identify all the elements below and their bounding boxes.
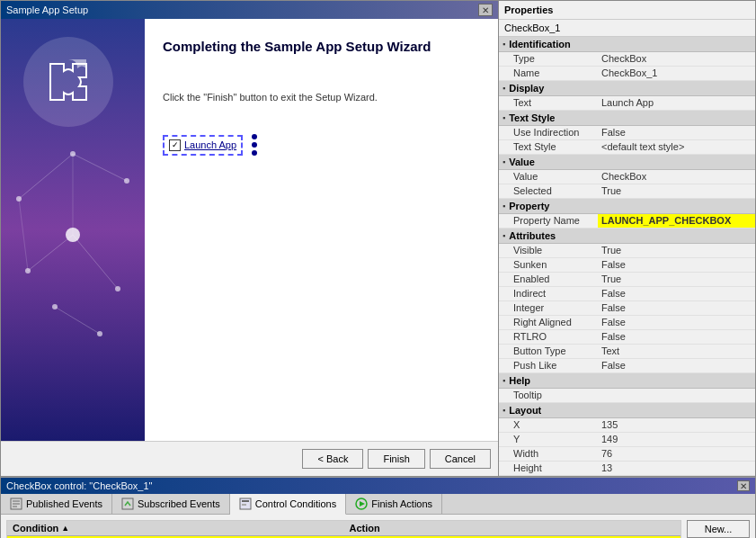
svg-line-1 <box>73 154 127 181</box>
section-display: ▪ Display <box>499 81 755 96</box>
tab-finish-actions-label: Finish Actions <box>371 498 432 509</box>
bottom-panel: CheckBox control: "CheckBox_1" ✕ Publish… <box>0 477 756 538</box>
prop-row-visible[interactable]: Visible True <box>499 244 755 258</box>
section-identification: ▪ Identification <box>499 37 755 52</box>
condition-table: Condition ▲ Action AI_INSTALL Show NOT A… <box>6 520 681 538</box>
prop-row-button-type[interactable]: Button Type Text <box>499 345 755 359</box>
tab-control-conditions[interactable]: Control Conditions <box>230 494 347 515</box>
properties-header: Properties <box>499 1 755 20</box>
tab-control-conditions-label: Control Conditions <box>255 498 337 509</box>
svg-point-7 <box>16 196 22 202</box>
wizard-titlebar: Sample App Setup ✕ <box>1 1 498 19</box>
bottom-titlebar: CheckBox control: "CheckBox_1" ✕ <box>1 478 755 494</box>
prop-row-integer[interactable]: Integer False <box>499 301 755 316</box>
wizard-description: Click the "Finish" button to exit the Se… <box>163 92 480 103</box>
prop-row-width[interactable]: Width 76 <box>499 447 755 462</box>
prop-row-enabled[interactable]: Enabled True <box>499 273 755 287</box>
prop-row-name[interactable]: Name CheckBox_1 <box>499 67 755 81</box>
back-button[interactable]: < Back <box>302 449 363 469</box>
resize-handles <box>252 134 257 156</box>
svg-point-12 <box>115 286 120 291</box>
subscribed-events-icon <box>121 498 134 510</box>
wizard-window: Sample App Setup ✕ <box>0 0 499 477</box>
svg-point-10 <box>25 268 31 273</box>
prop-row-indirect[interactable]: Indirect False <box>499 287 755 301</box>
section-collapse-icon[interactable]: ▪ <box>503 113 505 122</box>
svg-rect-22 <box>242 504 246 506</box>
section-value: ▪ Value <box>499 155 755 170</box>
section-property: ▪ Property <box>499 199 755 214</box>
section-layout: ▪ Layout <box>499 403 755 418</box>
wizard-title: Sample App Setup <box>6 4 88 15</box>
svg-line-6 <box>19 199 28 271</box>
tab-subscribed-events[interactable]: Subscribed Events <box>112 494 230 514</box>
svg-line-0 <box>19 154 73 199</box>
prop-row-value[interactable]: Value CheckBox <box>499 170 755 184</box>
sort-icon: ▲ <box>61 524 69 533</box>
prop-row-x[interactable]: X 135 <box>499 418 755 433</box>
properties-table: ▪ Identification Type CheckBox Name Chec… <box>499 37 755 476</box>
bottom-content: Condition ▲ Action AI_INSTALL Show NOT A… <box>1 515 755 538</box>
section-attributes: ▪ Attributes <box>499 229 755 244</box>
svg-point-11 <box>66 228 80 242</box>
section-collapse-icon[interactable]: ▪ <box>503 376 505 385</box>
section-collapse-icon[interactable]: ▪ <box>503 84 505 93</box>
prop-row-y[interactable]: Y 149 <box>499 433 755 447</box>
bottom-close-button[interactable]: ✕ <box>737 480 750 491</box>
finish-button[interactable]: Finish <box>368 449 424 469</box>
handle-dot <box>252 142 257 148</box>
published-events-icon <box>10 498 22 510</box>
section-help: ▪ Help <box>499 373 755 389</box>
condition-col-header[interactable]: Condition ▲ <box>7 521 344 535</box>
section-collapse-icon[interactable]: ▪ <box>503 406 505 415</box>
bottom-tabs: Published Events Subscribed Events Contr… <box>1 494 755 515</box>
handle-dot <box>252 150 257 156</box>
wizard-close-button[interactable]: ✕ <box>478 4 493 16</box>
section-collapse-icon[interactable]: ▪ <box>503 157 505 166</box>
prop-row-property-name[interactable]: Property Name LAUNCH_APP_CHECKBOX <box>499 214 755 229</box>
launch-app-checkbox-container[interactable]: ✓ Launch App <box>163 135 243 156</box>
prop-row-right-aligned[interactable]: Right Aligned False <box>499 316 755 330</box>
cancel-button[interactable]: Cancel <box>430 449 491 469</box>
prop-row-push-like[interactable]: Push Like False <box>499 359 755 373</box>
svg-marker-24 <box>360 501 365 507</box>
finish-actions-icon <box>355 498 368 510</box>
prop-row-text-style[interactable]: Text Style <default text style> <box>499 140 755 155</box>
bottom-title: CheckBox control: "CheckBox_1" <box>6 480 153 491</box>
properties-control-name: CheckBox_1 <box>499 20 755 37</box>
launch-app-checkbox[interactable]: ✓ <box>169 139 181 151</box>
svg-point-14 <box>97 331 102 336</box>
control-conditions-icon <box>239 498 252 510</box>
handle-dot <box>252 134 257 139</box>
svg-point-9 <box>124 178 129 184</box>
prop-row-text[interactable]: Text Launch App <box>499 96 755 111</box>
prop-row-rtlro[interactable]: RTLRO False <box>499 330 755 345</box>
prop-row-type[interactable]: Type CheckBox <box>499 52 755 67</box>
prop-row-tooltip[interactable]: Tooltip <box>499 389 755 403</box>
section-collapse-icon[interactable]: ▪ <box>503 40 505 49</box>
svg-line-3 <box>73 235 118 289</box>
condition-side-buttons: New... Edit... <box>687 520 750 538</box>
svg-line-4 <box>55 307 100 334</box>
tab-published-events-label: Published Events <box>26 498 102 509</box>
section-collapse-icon[interactable]: ▪ <box>503 231 505 240</box>
prop-row-height[interactable]: Height 13 <box>499 462 755 476</box>
tab-finish-actions[interactable]: Finish Actions <box>346 494 442 514</box>
prop-row-use-indirection[interactable]: Use Indirection False <box>499 126 755 140</box>
action-col-header[interactable]: Action <box>344 521 681 535</box>
puzzle-circle <box>23 37 113 127</box>
section-collapse-icon[interactable]: ▪ <box>503 202 505 211</box>
wizard-content: Completing the Sample App Setup Wizard C… <box>145 19 498 441</box>
svg-rect-19 <box>122 498 133 509</box>
prop-row-selected[interactable]: Selected True <box>499 184 755 199</box>
puzzle-icon <box>41 55 95 109</box>
svg-rect-21 <box>242 500 249 502</box>
section-textstyle: ▪ Text Style <box>499 111 755 126</box>
tab-subscribed-events-label: Subscribed Events <box>138 498 220 509</box>
svg-point-8 <box>70 151 76 157</box>
svg-point-13 <box>52 304 58 309</box>
new-condition-button[interactable]: New... <box>687 520 750 538</box>
prop-row-sunken[interactable]: Sunken False <box>499 258 755 273</box>
tab-published-events[interactable]: Published Events <box>1 494 112 514</box>
wizard-footer: < Back Finish Cancel <box>1 441 498 476</box>
